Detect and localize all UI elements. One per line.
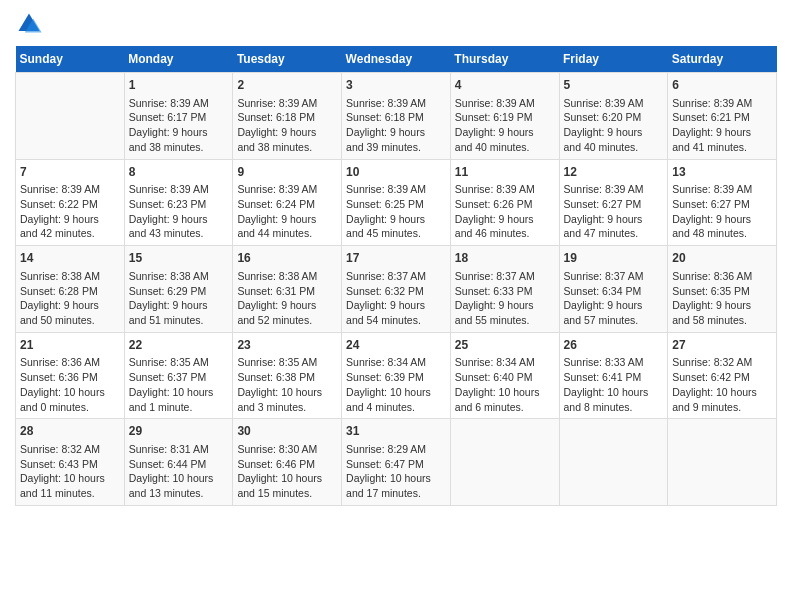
col-header-sunday: Sunday	[16, 46, 125, 73]
calendar-cell: 30Sunrise: 8:30 AM Sunset: 6:46 PM Dayli…	[233, 419, 342, 506]
calendar-week-row: 1Sunrise: 8:39 AM Sunset: 6:17 PM Daylig…	[16, 73, 777, 160]
day-number: 22	[129, 337, 229, 354]
day-number: 8	[129, 164, 229, 181]
calendar-cell: 15Sunrise: 8:38 AM Sunset: 6:29 PM Dayli…	[124, 246, 233, 333]
cell-info: Sunrise: 8:39 AM Sunset: 6:19 PM Dayligh…	[455, 96, 555, 155]
cell-info: Sunrise: 8:38 AM Sunset: 6:31 PM Dayligh…	[237, 269, 337, 328]
cell-info: Sunrise: 8:38 AM Sunset: 6:28 PM Dayligh…	[20, 269, 120, 328]
calendar-cell: 18Sunrise: 8:37 AM Sunset: 6:33 PM Dayli…	[450, 246, 559, 333]
calendar-cell	[16, 73, 125, 160]
calendar-cell: 23Sunrise: 8:35 AM Sunset: 6:38 PM Dayli…	[233, 332, 342, 419]
cell-info: Sunrise: 8:39 AM Sunset: 6:26 PM Dayligh…	[455, 182, 555, 241]
cell-info: Sunrise: 8:31 AM Sunset: 6:44 PM Dayligh…	[129, 442, 229, 501]
cell-info: Sunrise: 8:37 AM Sunset: 6:32 PM Dayligh…	[346, 269, 446, 328]
cell-info: Sunrise: 8:30 AM Sunset: 6:46 PM Dayligh…	[237, 442, 337, 501]
calendar-cell: 19Sunrise: 8:37 AM Sunset: 6:34 PM Dayli…	[559, 246, 668, 333]
cell-info: Sunrise: 8:39 AM Sunset: 6:18 PM Dayligh…	[346, 96, 446, 155]
calendar-cell: 26Sunrise: 8:33 AM Sunset: 6:41 PM Dayli…	[559, 332, 668, 419]
cell-info: Sunrise: 8:37 AM Sunset: 6:33 PM Dayligh…	[455, 269, 555, 328]
col-header-monday: Monday	[124, 46, 233, 73]
day-number: 29	[129, 423, 229, 440]
calendar-cell: 14Sunrise: 8:38 AM Sunset: 6:28 PM Dayli…	[16, 246, 125, 333]
cell-info: Sunrise: 8:39 AM Sunset: 6:21 PM Dayligh…	[672, 96, 772, 155]
day-number: 15	[129, 250, 229, 267]
day-number: 19	[564, 250, 664, 267]
day-number: 28	[20, 423, 120, 440]
calendar-week-row: 14Sunrise: 8:38 AM Sunset: 6:28 PM Dayli…	[16, 246, 777, 333]
calendar-cell: 1Sunrise: 8:39 AM Sunset: 6:17 PM Daylig…	[124, 73, 233, 160]
day-number: 3	[346, 77, 446, 94]
calendar-cell: 29Sunrise: 8:31 AM Sunset: 6:44 PM Dayli…	[124, 419, 233, 506]
calendar-cell: 3Sunrise: 8:39 AM Sunset: 6:18 PM Daylig…	[342, 73, 451, 160]
cell-info: Sunrise: 8:32 AM Sunset: 6:43 PM Dayligh…	[20, 442, 120, 501]
cell-info: Sunrise: 8:39 AM Sunset: 6:18 PM Dayligh…	[237, 96, 337, 155]
day-number: 21	[20, 337, 120, 354]
col-header-tuesday: Tuesday	[233, 46, 342, 73]
cell-info: Sunrise: 8:36 AM Sunset: 6:36 PM Dayligh…	[20, 355, 120, 414]
day-number: 30	[237, 423, 337, 440]
day-number: 4	[455, 77, 555, 94]
calendar-table: SundayMondayTuesdayWednesdayThursdayFrid…	[15, 46, 777, 506]
cell-info: Sunrise: 8:35 AM Sunset: 6:37 PM Dayligh…	[129, 355, 229, 414]
calendar-cell: 2Sunrise: 8:39 AM Sunset: 6:18 PM Daylig…	[233, 73, 342, 160]
calendar-cell: 24Sunrise: 8:34 AM Sunset: 6:39 PM Dayli…	[342, 332, 451, 419]
cell-info: Sunrise: 8:35 AM Sunset: 6:38 PM Dayligh…	[237, 355, 337, 414]
cell-info: Sunrise: 8:37 AM Sunset: 6:34 PM Dayligh…	[564, 269, 664, 328]
cell-info: Sunrise: 8:39 AM Sunset: 6:17 PM Dayligh…	[129, 96, 229, 155]
cell-info: Sunrise: 8:39 AM Sunset: 6:25 PM Dayligh…	[346, 182, 446, 241]
calendar-cell: 9Sunrise: 8:39 AM Sunset: 6:24 PM Daylig…	[233, 159, 342, 246]
logo-icon	[15, 10, 43, 38]
col-header-saturday: Saturday	[668, 46, 777, 73]
calendar-cell: 11Sunrise: 8:39 AM Sunset: 6:26 PM Dayli…	[450, 159, 559, 246]
day-number: 25	[455, 337, 555, 354]
day-number: 9	[237, 164, 337, 181]
cell-info: Sunrise: 8:34 AM Sunset: 6:39 PM Dayligh…	[346, 355, 446, 414]
cell-info: Sunrise: 8:39 AM Sunset: 6:20 PM Dayligh…	[564, 96, 664, 155]
calendar-cell: 17Sunrise: 8:37 AM Sunset: 6:32 PM Dayli…	[342, 246, 451, 333]
day-number: 13	[672, 164, 772, 181]
day-number: 2	[237, 77, 337, 94]
day-number: 27	[672, 337, 772, 354]
calendar-cell: 7Sunrise: 8:39 AM Sunset: 6:22 PM Daylig…	[16, 159, 125, 246]
day-number: 23	[237, 337, 337, 354]
day-number: 14	[20, 250, 120, 267]
day-number: 17	[346, 250, 446, 267]
cell-info: Sunrise: 8:36 AM Sunset: 6:35 PM Dayligh…	[672, 269, 772, 328]
calendar-cell: 12Sunrise: 8:39 AM Sunset: 6:27 PM Dayli…	[559, 159, 668, 246]
cell-info: Sunrise: 8:39 AM Sunset: 6:24 PM Dayligh…	[237, 182, 337, 241]
cell-info: Sunrise: 8:29 AM Sunset: 6:47 PM Dayligh…	[346, 442, 446, 501]
day-number: 12	[564, 164, 664, 181]
logo	[15, 10, 47, 38]
cell-info: Sunrise: 8:34 AM Sunset: 6:40 PM Dayligh…	[455, 355, 555, 414]
day-number: 7	[20, 164, 120, 181]
col-header-wednesday: Wednesday	[342, 46, 451, 73]
col-header-thursday: Thursday	[450, 46, 559, 73]
day-number: 11	[455, 164, 555, 181]
calendar-cell: 6Sunrise: 8:39 AM Sunset: 6:21 PM Daylig…	[668, 73, 777, 160]
cell-info: Sunrise: 8:39 AM Sunset: 6:27 PM Dayligh…	[564, 182, 664, 241]
cell-info: Sunrise: 8:39 AM Sunset: 6:22 PM Dayligh…	[20, 182, 120, 241]
day-number: 24	[346, 337, 446, 354]
calendar-cell	[559, 419, 668, 506]
calendar-cell: 16Sunrise: 8:38 AM Sunset: 6:31 PM Dayli…	[233, 246, 342, 333]
calendar-cell: 27Sunrise: 8:32 AM Sunset: 6:42 PM Dayli…	[668, 332, 777, 419]
cell-info: Sunrise: 8:38 AM Sunset: 6:29 PM Dayligh…	[129, 269, 229, 328]
calendar-cell: 31Sunrise: 8:29 AM Sunset: 6:47 PM Dayli…	[342, 419, 451, 506]
day-number: 20	[672, 250, 772, 267]
calendar-cell: 21Sunrise: 8:36 AM Sunset: 6:36 PM Dayli…	[16, 332, 125, 419]
cell-info: Sunrise: 8:39 AM Sunset: 6:23 PM Dayligh…	[129, 182, 229, 241]
calendar-cell: 25Sunrise: 8:34 AM Sunset: 6:40 PM Dayli…	[450, 332, 559, 419]
header-row: SundayMondayTuesdayWednesdayThursdayFrid…	[16, 46, 777, 73]
calendar-cell: 4Sunrise: 8:39 AM Sunset: 6:19 PM Daylig…	[450, 73, 559, 160]
calendar-cell: 22Sunrise: 8:35 AM Sunset: 6:37 PM Dayli…	[124, 332, 233, 419]
day-number: 10	[346, 164, 446, 181]
calendar-week-row: 28Sunrise: 8:32 AM Sunset: 6:43 PM Dayli…	[16, 419, 777, 506]
day-number: 26	[564, 337, 664, 354]
cell-info: Sunrise: 8:33 AM Sunset: 6:41 PM Dayligh…	[564, 355, 664, 414]
calendar-cell: 28Sunrise: 8:32 AM Sunset: 6:43 PM Dayli…	[16, 419, 125, 506]
calendar-week-row: 21Sunrise: 8:36 AM Sunset: 6:36 PM Dayli…	[16, 332, 777, 419]
col-header-friday: Friday	[559, 46, 668, 73]
calendar-cell: 10Sunrise: 8:39 AM Sunset: 6:25 PM Dayli…	[342, 159, 451, 246]
calendar-cell: 8Sunrise: 8:39 AM Sunset: 6:23 PM Daylig…	[124, 159, 233, 246]
calendar-cell	[450, 419, 559, 506]
